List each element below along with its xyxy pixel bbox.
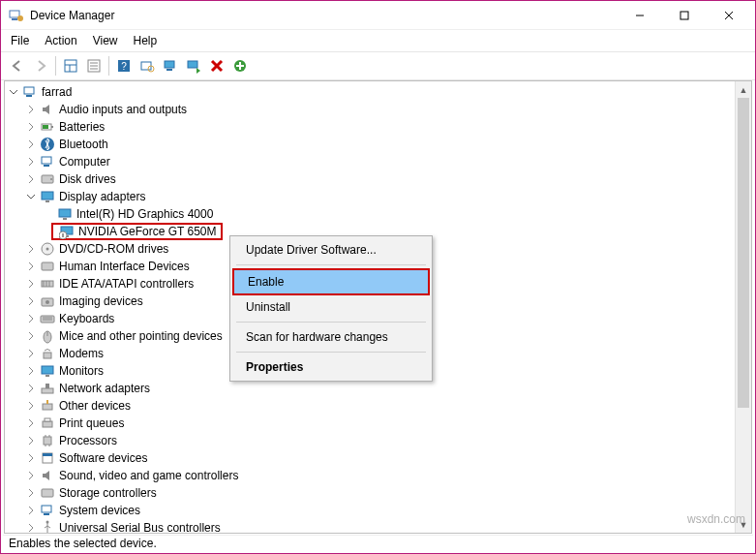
tree-item[interactable]: Computer	[7, 153, 751, 170]
tree-root[interactable]: farrad	[7, 83, 751, 101]
expand-icon[interactable]	[24, 504, 38, 517]
menu-view[interactable]: View	[93, 34, 118, 47]
expand-icon[interactable]	[24, 242, 38, 256]
tree-item[interactable]: Storage controllers	[7, 484, 751, 502]
expand-icon[interactable]	[24, 469, 38, 482]
svg-rect-20	[188, 61, 197, 68]
context-properties[interactable]: Properties	[232, 355, 430, 379]
show-hide-tree-button[interactable]	[60, 55, 81, 77]
scan-hardware-button[interactable]	[136, 55, 158, 77]
context-update-driver[interactable]: Update Driver Software...	[232, 238, 430, 262]
other-devices-icon	[40, 398, 55, 414]
context-uninstall[interactable]: Uninstall	[232, 295, 430, 319]
tree-item[interactable]: Batteries	[7, 118, 751, 136]
svg-point-49	[45, 300, 49, 304]
display-disabled-icon	[59, 224, 75, 239]
expand-icon[interactable]	[24, 434, 38, 447]
expand-icon[interactable]	[24, 347, 38, 360]
tree-label: Modems	[59, 345, 104, 362]
svg-rect-58	[42, 388, 53, 393]
enable-device-button[interactable]	[183, 55, 204, 77]
keyboard-icon	[40, 311, 55, 326]
tree-item[interactable]: Disk drives	[7, 170, 751, 188]
close-button[interactable]	[707, 1, 751, 30]
expand-icon[interactable]	[24, 172, 38, 186]
forward-button[interactable]	[30, 55, 51, 77]
maximize-button[interactable]	[662, 1, 707, 30]
expand-icon[interactable]	[24, 486, 38, 500]
expand-icon[interactable]	[24, 120, 38, 134]
expand-icon[interactable]	[24, 416, 38, 430]
svg-rect-19	[166, 69, 172, 71]
context-scan[interactable]: Scan for hardware changes	[232, 325, 430, 349]
expand-icon[interactable]	[24, 382, 38, 395]
svg-rect-55	[44, 353, 51, 358]
processor-icon	[40, 433, 55, 448]
tree-root-label: farrad	[42, 83, 72, 101]
watermark: wsxdn.com	[687, 512, 745, 526]
uninstall-button[interactable]	[206, 55, 227, 77]
context-enable[interactable]: Enable	[234, 270, 428, 293]
scroll-thumb[interactable]	[738, 98, 749, 408]
svg-rect-28	[43, 125, 48, 129]
tree-item-intel-graphics[interactable]: Intel(R) HD Graphics 4000	[7, 205, 751, 223]
svg-rect-69	[43, 453, 52, 456]
minimize-button[interactable]	[618, 1, 662, 30]
scroll-up-button[interactable]: ▲	[736, 81, 751, 98]
expand-icon[interactable]	[24, 138, 38, 151]
tree-item[interactable]: Processors	[7, 432, 751, 449]
tree-label: Bluetooth	[59, 136, 108, 153]
svg-rect-37	[63, 218, 67, 220]
tree-item[interactable]: System devices	[7, 502, 751, 519]
svg-rect-4	[680, 12, 688, 19]
svg-rect-7	[65, 60, 76, 72]
svg-point-33	[50, 178, 52, 180]
menu-help[interactable]: Help	[134, 34, 158, 47]
back-button[interactable]	[7, 55, 28, 77]
tree-label: System devices	[59, 502, 140, 519]
expand-icon[interactable]	[24, 329, 38, 343]
tree-label: Software devices	[59, 449, 147, 467]
network-icon	[40, 381, 55, 396]
expand-icon[interactable]	[24, 364, 38, 378]
tree-item[interactable]: Network adapters	[7, 380, 751, 397]
tree-item[interactable]: Audio inputs and outputs	[7, 101, 751, 118]
tree-label: Processors	[59, 432, 117, 449]
svg-point-73	[46, 521, 49, 524]
expand-icon[interactable]	[24, 277, 38, 291]
tree-label: Imaging devices	[59, 292, 143, 310]
expand-icon[interactable]	[24, 399, 38, 413]
expand-icon[interactable]	[24, 103, 38, 116]
expand-icon[interactable]	[24, 451, 38, 465]
tree-item[interactable]: Other devices	[7, 397, 751, 415]
expand-icon[interactable]	[7, 85, 20, 99]
menu-action[interactable]: Action	[45, 34, 76, 47]
tree-item[interactable]: Sound, video and game controllers	[7, 467, 751, 484]
expand-icon[interactable]	[24, 260, 38, 273]
help-button[interactable]: ?	[113, 55, 135, 77]
menu-file[interactable]: File	[11, 34, 29, 47]
computer-icon	[40, 154, 55, 169]
svg-point-42	[46, 248, 49, 251]
svg-rect-60	[43, 404, 52, 410]
tree-label: Sound, video and game controllers	[59, 467, 238, 484]
tree-item[interactable]: Universal Serial Bus controllers	[7, 519, 751, 534]
computer-icon	[22, 84, 38, 100]
properties-button[interactable]	[83, 55, 105, 77]
expand-icon[interactable]	[24, 294, 38, 308]
tree-item-display-adapters[interactable]: Display adapters	[7, 188, 751, 205]
expand-icon[interactable]	[24, 521, 38, 534]
vertical-scrollbar[interactable]: ▲ ▼	[735, 81, 751, 533]
expand-icon[interactable]	[24, 155, 38, 169]
expand-icon[interactable]	[24, 312, 38, 325]
context-menu: Update Driver Software... Enable Uninsta…	[229, 235, 433, 382]
update-driver-button[interactable]	[160, 55, 181, 77]
collapse-icon[interactable]	[24, 190, 38, 203]
app-icon	[9, 8, 24, 23]
svg-rect-35	[45, 200, 49, 202]
add-hardware-button[interactable]	[229, 55, 251, 77]
tree-item[interactable]: Bluetooth	[7, 136, 751, 153]
tree-item[interactable]: Software devices	[7, 449, 751, 467]
svg-rect-56	[42, 366, 53, 374]
tree-item[interactable]: Print queues	[7, 415, 751, 432]
